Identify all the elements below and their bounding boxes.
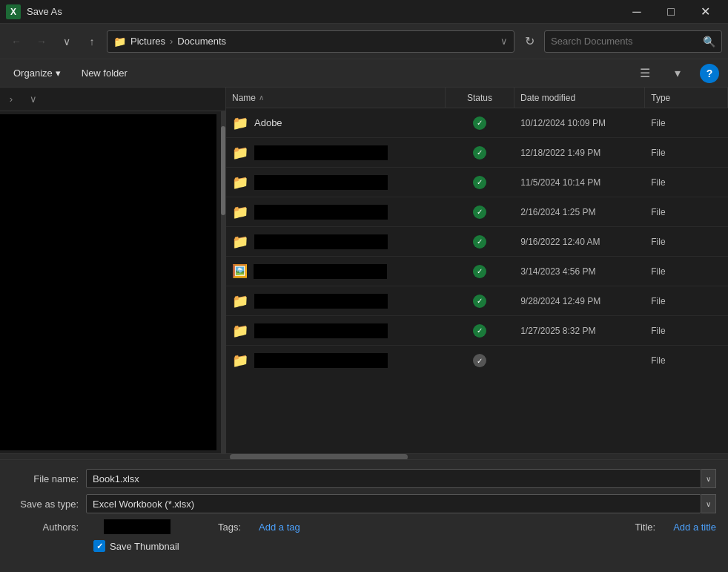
table-row[interactable]: 📁 ✓ 2/16/2024 1:25 PM File xyxy=(226,197,728,227)
folder-icon: 📁 xyxy=(232,352,248,369)
filename-input-wrap: ∨ xyxy=(86,469,716,488)
folder-icon: 📁 xyxy=(232,204,248,220)
meta-row: Authors: Tags: Add a tag Title: Add a ti… xyxy=(12,519,716,534)
maximize-button[interactable]: □ xyxy=(654,0,688,24)
new-folder-button[interactable]: New folder xyxy=(77,65,132,82)
file-list: Name ∧ Status Date modified Type 📁 Adobe… xyxy=(226,88,728,453)
file-type: File xyxy=(645,197,728,226)
app-icon: X xyxy=(6,4,21,19)
file-type: File xyxy=(645,316,728,345)
title-bar: X Save As ─ □ ✕ xyxy=(0,0,728,24)
status-check-icon: ✓ xyxy=(473,206,486,219)
search-box[interactable]: 🔍 xyxy=(544,30,722,53)
col-header-name[interactable]: Name ∧ xyxy=(226,88,446,108)
address-folder-icon: 📁 xyxy=(113,36,126,47)
file-date: 12/18/2022 1:49 PM xyxy=(514,138,645,167)
sidebar-content xyxy=(0,114,216,450)
table-row[interactable]: 📁 ✓ 9/16/2022 12:40 AM File xyxy=(226,227,728,257)
new-folder-label: New folder xyxy=(82,68,128,79)
dropdown-recent-button[interactable]: ∨ xyxy=(56,31,77,52)
file-type: File xyxy=(645,108,728,137)
thumbnail-label: Save Thumbnail xyxy=(110,541,179,552)
file-name-hidden xyxy=(254,323,388,338)
up-button[interactable]: ↑ xyxy=(82,31,102,52)
file-list-header: Name ∧ Status Date modified Type xyxy=(226,88,728,108)
file-date: 1/27/2025 8:32 PM xyxy=(514,316,645,345)
path-current: Documents xyxy=(177,36,226,47)
search-input[interactable] xyxy=(551,36,698,47)
table-row[interactable]: 🖼️ ✓ 3/14/2023 4:56 PM File xyxy=(226,257,728,286)
table-row[interactable]: 📁 ✓ 1/27/2025 8:32 PM File xyxy=(226,316,728,346)
status-check-icon: ✓ xyxy=(473,146,486,160)
close-button[interactable]: ✕ xyxy=(688,0,722,24)
file-type: File xyxy=(645,168,728,197)
window-controls: ─ □ ✕ xyxy=(620,0,722,24)
file-type: File xyxy=(645,257,728,286)
file-name: Adobe xyxy=(254,117,282,128)
table-row[interactable]: 📁 ✓ 11/5/2024 10:14 PM File xyxy=(226,168,728,197)
view-button[interactable]: ☰ xyxy=(635,63,655,84)
file-date xyxy=(514,346,645,375)
status-check-icon: ✓ xyxy=(473,116,486,130)
file-date: 3/14/2023 4:56 PM xyxy=(514,257,645,286)
organize-dropdown-icon: ▾ xyxy=(56,68,61,79)
organize-label: Organize xyxy=(13,68,53,79)
filename-dropdown-icon[interactable]: ∨ xyxy=(701,469,716,488)
file-date: 10/12/2024 10:09 PM xyxy=(514,108,645,137)
file-date: 11/5/2024 10:14 PM xyxy=(514,168,645,197)
table-row[interactable]: 📁 ✓ File xyxy=(226,346,728,375)
filename-input[interactable] xyxy=(86,469,701,488)
back-button[interactable]: ← xyxy=(6,31,27,52)
table-row[interactable]: 📁 Adobe ✓ 10/12/2024 10:09 PM File xyxy=(226,108,728,138)
path-separator-1: › xyxy=(170,36,173,47)
help-button[interactable]: ? xyxy=(700,64,719,83)
sidebar-expand-button[interactable]: ∨ xyxy=(25,91,42,108)
toolbar: Organize ▾ New folder ☰ ▾ ? xyxy=(0,59,728,88)
file-name-hidden xyxy=(254,205,388,220)
tags-input[interactable]: Add a tag xyxy=(259,522,300,533)
address-bar-row: ← → ∨ ↑ 📁 Pictures › Documents ∨ ↻ 🔍 xyxy=(0,24,728,59)
title-label: Title: xyxy=(635,522,655,533)
folder-icon: 📁 xyxy=(232,174,248,191)
status-check-icon: ✓ xyxy=(473,295,486,308)
sidebar-scrollbar[interactable] xyxy=(221,111,225,453)
table-row[interactable]: 📁 ✓ 9/28/2024 12:49 PM File xyxy=(226,286,728,316)
dialog-title: Save As xyxy=(27,6,620,17)
thumbnail-row: Save Thumbnail xyxy=(93,540,716,552)
sort-arrow-icon: ∧ xyxy=(259,93,264,102)
file-type: File xyxy=(645,138,728,167)
view-dropdown-button[interactable]: ▾ xyxy=(667,63,688,84)
horizontal-scrollbar[interactable] xyxy=(0,453,728,459)
file-type: File xyxy=(645,227,728,256)
organize-button[interactable]: Organize ▾ xyxy=(9,65,65,82)
file-name-hidden xyxy=(254,145,388,160)
forward-button[interactable]: → xyxy=(31,31,52,52)
authors-value xyxy=(104,519,171,534)
folder-icon: 📁 xyxy=(232,323,248,339)
table-row[interactable]: 📁 ✓ 12/18/2022 1:49 PM File xyxy=(226,138,728,168)
sidebar-collapse-button[interactable]: › xyxy=(3,91,19,108)
col-header-status[interactable]: Status xyxy=(446,88,514,108)
status-check-icon: ✓ xyxy=(473,354,486,367)
sidebar: › ∨ xyxy=(0,88,226,453)
file-date: 9/16/2022 12:40 AM xyxy=(514,227,645,256)
thumbnail-checkbox[interactable] xyxy=(93,540,105,552)
main-content: › ∨ Name ∧ Status Date modified xyxy=(0,88,728,453)
col-header-date[interactable]: Date modified xyxy=(514,88,645,108)
title-input[interactable]: Add a title xyxy=(673,522,716,533)
savetype-input[interactable] xyxy=(86,494,701,513)
col-header-type[interactable]: Type xyxy=(645,88,728,108)
refresh-button[interactable]: ↻ xyxy=(519,31,540,52)
tags-label: Tags: xyxy=(218,522,241,533)
address-dropdown-icon[interactable]: ∨ xyxy=(500,36,508,47)
file-type: File xyxy=(645,286,728,315)
minimize-button[interactable]: ─ xyxy=(620,0,654,24)
sidebar-scrollbar-thumb[interactable] xyxy=(221,126,225,215)
savetype-label: Save as type: xyxy=(12,499,86,510)
status-check-icon: ✓ xyxy=(473,265,486,278)
file-type: File xyxy=(645,346,728,375)
savetype-dropdown-icon[interactable]: ∨ xyxy=(701,494,716,513)
savetype-input-wrap: ∨ xyxy=(86,494,716,513)
address-bar[interactable]: 📁 Pictures › Documents ∨ xyxy=(107,30,514,53)
folder-icon: 📁 xyxy=(232,234,248,250)
